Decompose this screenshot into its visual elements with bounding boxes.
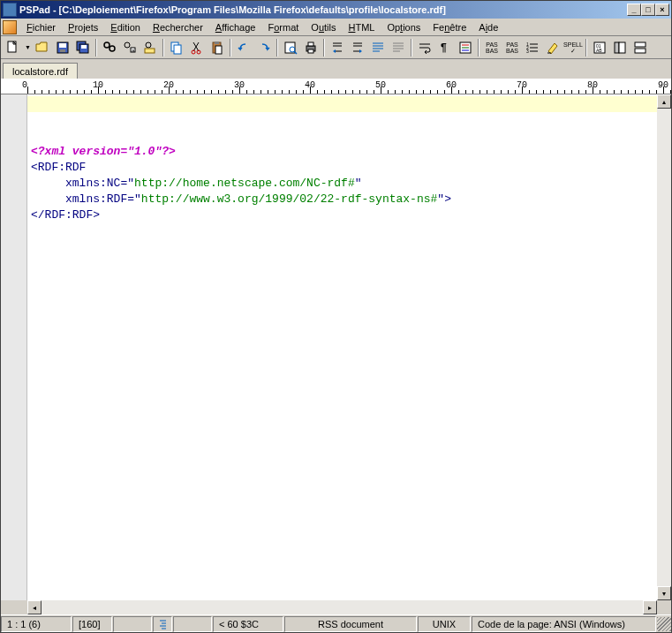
tab-bar: localstore.rdf bbox=[1, 59, 671, 79]
tab-label: localstore.rdf bbox=[12, 66, 68, 77]
indent-left-button[interactable] bbox=[328, 38, 347, 57]
window-title: PSPad - [C:\Deploiement\Firefox\Program … bbox=[19, 4, 627, 15]
toolbar-separator bbox=[230, 39, 231, 57]
wordwrap-button[interactable] bbox=[415, 38, 434, 57]
svg-line-23 bbox=[294, 51, 297, 54]
editor-area: <?xml version="1.0"?> <RDF:RDF xmlns:NC=… bbox=[1, 94, 671, 600]
scroll-down-button[interactable]: ▾ bbox=[657, 586, 671, 600]
comment-button[interactable] bbox=[368, 38, 388, 57]
svg-point-9 bbox=[125, 42, 130, 48]
uncomment-button[interactable] bbox=[389, 38, 408, 57]
toolbar-separator bbox=[411, 39, 412, 57]
svg-point-12 bbox=[146, 42, 151, 48]
gutter bbox=[1, 94, 27, 600]
toolbar-separator bbox=[162, 39, 164, 57]
code-editor[interactable]: <?xml version="1.0"?> <RDF:RDF xmlns:NC=… bbox=[27, 94, 657, 600]
svg-text:¶: ¶ bbox=[441, 41, 447, 54]
indent-right-button[interactable] bbox=[348, 38, 367, 57]
new-file-button[interactable] bbox=[3, 38, 22, 57]
toolbar-separator bbox=[323, 39, 325, 57]
new-file-dropdown[interactable]: ▼ bbox=[23, 38, 32, 57]
svg-rect-2 bbox=[59, 43, 66, 48]
svg-text:AB: AB bbox=[596, 48, 602, 53]
svg-rect-20 bbox=[215, 46, 222, 54]
toolbar-separator bbox=[276, 39, 278, 57]
macro-record-button[interactable]: PASBAS bbox=[482, 38, 502, 57]
syntax-button[interactable] bbox=[456, 38, 475, 57]
svg-rect-26 bbox=[308, 49, 313, 53]
scroll-corner bbox=[657, 600, 671, 614]
line-numbers-button[interactable]: 123 bbox=[523, 38, 542, 57]
menu-projets[interactable]: Projets bbox=[62, 20, 104, 34]
menu-options[interactable]: Options bbox=[381, 20, 427, 34]
toolbar-separator bbox=[478, 39, 479, 57]
svg-rect-13 bbox=[145, 49, 155, 53]
scroll-right-button[interactable]: ▸ bbox=[643, 600, 657, 614]
menu-edition[interactable]: Edition bbox=[104, 20, 147, 34]
toolbar-separator bbox=[585, 39, 587, 57]
svg-point-7 bbox=[104, 42, 109, 48]
find-button[interactable] bbox=[100, 38, 119, 57]
paste-button[interactable] bbox=[208, 38, 227, 57]
menu-fichier[interactable]: Fichier bbox=[20, 20, 62, 34]
status-doctype: RSS document bbox=[284, 616, 417, 632]
toggle-panel-button[interactable] bbox=[610, 38, 630, 57]
hex-button[interactable]: 01AB bbox=[590, 38, 609, 57]
maximize-button[interactable]: □ bbox=[641, 4, 655, 16]
vertical-scrollbar[interactable]: ▴ ▾ bbox=[657, 94, 671, 600]
horizontal-scrollbar[interactable]: ◂ ▸ bbox=[1, 600, 671, 614]
close-button[interactable]: × bbox=[655, 4, 669, 16]
status-eol: UNIX bbox=[418, 616, 471, 632]
save-all-button[interactable] bbox=[73, 38, 93, 57]
spellcheck-button[interactable]: SPELL✓ bbox=[563, 38, 583, 57]
code-content: <?xml version="1.0"?> <RDF:RDF xmlns:NC=… bbox=[31, 144, 653, 223]
preview-button[interactable] bbox=[281, 38, 300, 57]
app-icon bbox=[3, 3, 17, 17]
split-button[interactable] bbox=[630, 38, 650, 57]
scroll-left-button[interactable]: ◂ bbox=[27, 600, 42, 614]
minimize-button[interactable]: _ bbox=[627, 4, 641, 16]
macro-play-button[interactable]: PASBAS bbox=[502, 38, 522, 57]
menu-outils[interactable]: Outils bbox=[305, 20, 342, 34]
find-replace-button[interactable]: a bbox=[120, 38, 140, 57]
toolbar: ▼ a ¶ PASBAS PASBAS 123 SPELL✓ 01AB bbox=[1, 36, 671, 59]
status-blank1 bbox=[113, 616, 152, 632]
app-window: PSPad - [C:\Deploiement\Firefox\Program … bbox=[0, 0, 672, 633]
menu-affichage[interactable]: Affichage bbox=[209, 20, 262, 34]
document-icon bbox=[3, 20, 17, 34]
scroll-track-h[interactable] bbox=[42, 600, 643, 614]
status-blank2 bbox=[173, 616, 212, 632]
status-align-icon[interactable] bbox=[153, 616, 172, 632]
file-tab[interactable]: localstore.rdf bbox=[3, 63, 78, 79]
svg-rect-19 bbox=[215, 41, 219, 44]
scroll-corner bbox=[1, 600, 27, 614]
status-bracket: [160] bbox=[72, 616, 112, 632]
undo-button[interactable] bbox=[234, 38, 253, 57]
menu-html[interactable]: HTML bbox=[342, 20, 381, 34]
status-position: 1 : 1 (6) bbox=[1, 616, 72, 632]
redo-button[interactable] bbox=[254, 38, 274, 57]
menu-aide[interactable]: Aide bbox=[472, 20, 504, 34]
menubar: Fichier Projets Edition Rechercher Affic… bbox=[1, 19, 671, 36]
cut-button[interactable] bbox=[187, 38, 207, 57]
scroll-up-button[interactable]: ▴ bbox=[657, 94, 671, 109]
menu-fenetre[interactable]: Fenêtre bbox=[427, 20, 472, 34]
highlight-button[interactable] bbox=[543, 38, 563, 57]
resize-grip[interactable] bbox=[657, 617, 671, 631]
menu-rechercher[interactable]: Rechercher bbox=[147, 20, 209, 34]
toolbar-separator bbox=[95, 39, 97, 57]
show-special-button[interactable]: ¶ bbox=[435, 38, 455, 57]
xml-declaration: <?xml version="1.0"?> bbox=[31, 145, 176, 158]
print-button[interactable] bbox=[301, 38, 321, 57]
status-encoding: Code de la page: ANSI (Windows) bbox=[472, 616, 656, 632]
svg-rect-15 bbox=[174, 45, 181, 54]
save-button[interactable] bbox=[53, 38, 72, 57]
scroll-track[interactable] bbox=[657, 109, 671, 586]
copy-button[interactable] bbox=[167, 38, 186, 57]
menu-format[interactable]: Format bbox=[261, 20, 305, 34]
svg-point-8 bbox=[109, 46, 115, 51]
svg-rect-57 bbox=[615, 42, 619, 53]
find-in-files-button[interactable] bbox=[140, 38, 160, 57]
open-file-button[interactable] bbox=[33, 38, 52, 57]
titlebar: PSPad - [C:\Deploiement\Firefox\Program … bbox=[1, 1, 671, 19]
